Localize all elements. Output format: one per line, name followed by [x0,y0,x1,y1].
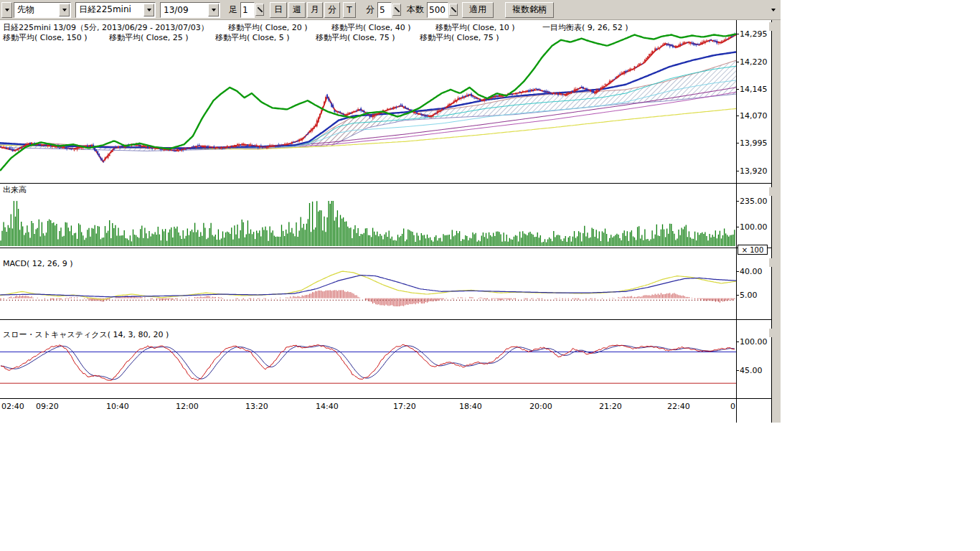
contract-month-value: 13/09 [164,5,189,15]
price-axis-label: 13,920 [740,166,768,176]
bar-count-input[interactable] [427,2,448,18]
minute-label: 分 [366,4,374,16]
stoch-panel-title: スロー・ストキャスティクス( 14, 3, 80, 20 ) [3,329,169,340]
chevron-down-icon[interactable] [143,4,154,17]
stoch-axis-label: 100.00 [740,337,768,347]
period-day-button[interactable]: 日 [270,2,287,18]
time-axis: 02:40 09:20 10:40 12:00 13:20 14:40 17:2… [0,400,772,419]
period-minute-button[interactable]: 分 [324,2,340,18]
volume-axis-label: 100.00 [740,222,768,232]
indicator-label: 移動平均( Close, 150 ) [3,32,88,43]
trading-chart-window: 先物 日経225mini 13/09 足 日 週 月 分 T 分 本数 適用 複… [0,0,781,423]
volume-multiplier-badge: × 100 [738,245,768,255]
bar-count-label: 本数 [407,4,424,16]
time-axis-label: 21:20 [599,402,622,411]
indicator-label: 移動平均( Close, 20 ) [228,22,308,33]
price-axis-label: 14,220 [740,57,768,67]
price-axis-label: 14,295 [740,29,768,39]
bar-interval-input[interactable] [240,2,255,18]
price-axis-line [736,20,737,423]
macd-axis-label: 5.00 [740,291,758,300]
chevron-down-icon [771,9,776,11]
macd-axis-label: 40.00 [740,267,763,276]
panel-divider [0,183,772,184]
toolbar: 先物 日経225mini 13/09 足 日 週 月 分 T 分 本数 適用 複… [0,0,781,20]
time-axis-label: 13:20 [245,402,268,411]
indicator-label: 移動平均( Close, 75 ) [420,32,499,43]
toolbar-menu-button[interactable] [768,6,778,14]
diagonal-icon [395,7,400,12]
chevron-down-icon[interactable] [208,4,219,17]
time-axis-label: 14:40 [316,402,339,411]
indicator-label: 一目均衡表( 9, 26, 52 ) [542,22,628,33]
period-tick-button[interactable]: T [343,2,356,18]
minute-input[interactable] [377,2,392,18]
time-axis-label: 02:40 [1,402,24,411]
multi-symbol-button[interactable]: 複数銘柄 [505,2,554,18]
symbol-value: 日経225mini [79,4,131,16]
bar-interval-spin-button[interactable] [255,4,264,16]
indicator-label: 移動平均( Close, 75 ) [316,32,395,43]
instrument-type-combobox[interactable]: 先物 [14,2,71,18]
time-axis-label: 0 [730,402,735,411]
indicator-label: 移動平均( Close, 40 ) [331,22,411,33]
symbol-list-dropdown-button[interactable] [1,2,12,18]
indicator-label: 移動平均( Close, 10 ) [435,22,515,33]
chevron-down-icon[interactable] [59,4,70,17]
price-axis-label: 14,145 [740,85,768,94]
indicator-label: 移動平均( Close, 25 ) [109,32,189,43]
minute-spin-button[interactable] [392,4,401,16]
instrument-type-value: 先物 [17,4,34,16]
contract-month-combobox[interactable]: 13/09 [160,2,220,18]
time-axis-label: 20:00 [529,402,552,411]
time-axis-label: 09:20 [36,402,59,411]
time-axis-label: 12:00 [176,402,199,411]
time-axis-label: 17:20 [393,402,416,411]
indicator-label: 移動平均( Close, 5 ) [215,32,290,43]
apply-button[interactable]: 適用 [462,2,494,18]
time-axis-label: 10:40 [106,402,129,411]
period-week-button[interactable]: 週 [288,2,306,18]
stoch-axis-label: 45.00 [740,366,763,375]
chevron-down-icon [5,9,9,11]
symbol-combobox[interactable]: 日経225mini [75,2,156,18]
period-month-button[interactable]: 月 [307,2,323,18]
chart-canvas[interactable] [0,20,736,423]
panel-control-strip [772,20,781,423]
diagonal-icon [451,7,456,12]
chart-series-label: 日経225mini 13/09（5分, 2013/06/29 - 2013/07… [3,22,209,33]
time-axis-label: 18:40 [459,402,482,411]
price-axis-label: 14,070 [740,111,768,121]
chart-area: 日経225mini 13/09（5分, 2013/06/29 - 2013/07… [0,20,772,423]
panel-divider [0,398,772,399]
bar-interval-label: 足 [229,4,237,16]
price-axis-label: 13,995 [740,138,768,148]
volume-axis-label: 235.00 [740,197,768,206]
time-axis-label: 22:40 [667,402,690,411]
count-spin-button[interactable] [449,4,458,16]
panel-divider [0,248,772,248]
diagonal-icon [258,7,263,12]
macd-panel-title: MACD( 12, 26, 9 ) [3,259,73,268]
panel-divider [0,319,772,320]
volume-panel-title: 出来高 [3,184,27,195]
